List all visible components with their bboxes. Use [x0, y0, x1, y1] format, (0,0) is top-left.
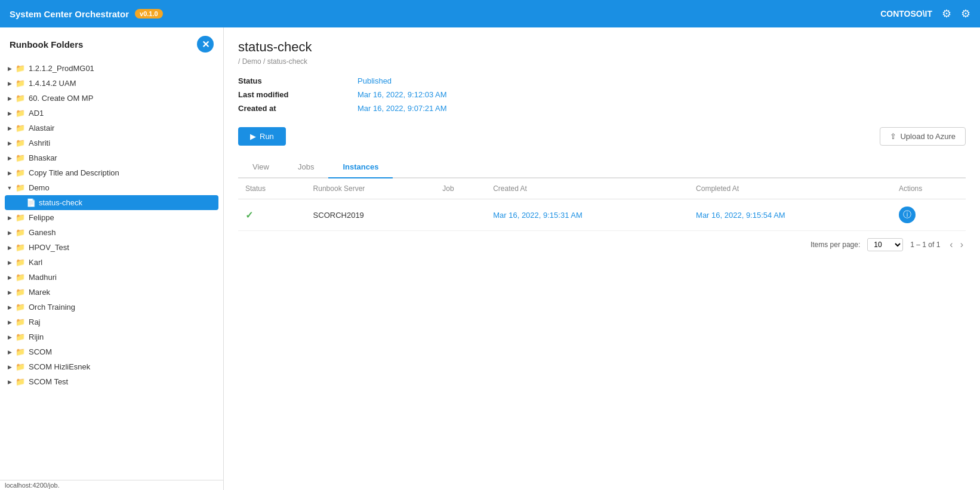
info-grid: Status Published Last modified Mar 16, 2…	[238, 76, 966, 113]
tab-instances[interactable]: Instances	[328, 156, 393, 178]
chevron-icon: ▶	[5, 95, 14, 101]
sidebar-item-hpov[interactable]: ▶📁HPOV_Test	[0, 240, 223, 255]
col-status: Status	[238, 178, 306, 199]
sidebar-item-60[interactable]: ▶📁60. Create OM MP	[0, 91, 223, 106]
sidebar-close-button[interactable]: ✕	[197, 36, 214, 53]
items-per-page-label: Items per page:	[810, 241, 860, 249]
chevron-icon: ▶	[5, 304, 14, 310]
chevron-icon: ▶	[5, 110, 14, 116]
settings-icon[interactable]: ⚙	[942, 7, 951, 20]
page-title: status-check	[238, 39, 966, 55]
tab-view[interactable]: View	[238, 156, 283, 178]
col-job: Job	[435, 178, 486, 199]
breadcrumb-separator: /	[238, 57, 242, 66]
chevron-icon: ▶	[5, 260, 14, 266]
item-label: Felippe	[29, 213, 54, 222]
sidebar-item-status-check[interactable]: 📄status-check	[5, 195, 218, 210]
sidebar-item-felippe[interactable]: ▶📁Felippe	[0, 210, 223, 225]
breadcrumb-current: status-check	[267, 57, 307, 66]
folder-icon: 📁	[16, 153, 25, 162]
row-runbook-server: SCORCH2019	[306, 199, 436, 231]
folder-icon: 📁	[16, 109, 25, 118]
row-completed-at: Mar 16, 2022, 9:15:54 AM	[689, 199, 892, 231]
sidebar-item-1212[interactable]: ▶📁1.2.1.2_ProdMG01	[0, 61, 223, 76]
sidebar-item-madhuri[interactable]: ▶📁Madhuri	[0, 270, 223, 285]
sidebar-header: Runbook Folders ✕	[0, 27, 223, 58]
chevron-icon: ▼	[5, 185, 14, 191]
folder-icon: 📁	[16, 64, 25, 73]
sidebar-item-ganesh[interactable]: ▶📁Ganesh	[0, 225, 223, 240]
play-icon: ▶	[250, 132, 256, 141]
chevron-icon: ▶	[5, 230, 14, 236]
table-row: ✓ SCORCH2019 Mar 16, 2022, 9:15:31 AM Ma…	[238, 199, 966, 231]
info-button[interactable]: ⓘ	[899, 207, 916, 223]
folder-icon: 📁	[16, 213, 25, 222]
sidebar-item-bhaskar[interactable]: ▶📁Bhaskar	[0, 150, 223, 165]
item-label: Bhaskar	[29, 153, 57, 162]
folder-icon: 📄	[26, 198, 36, 207]
chevron-icon: ▶	[5, 66, 14, 72]
sidebar-title: Runbook Folders	[10, 39, 83, 50]
items-per-page-select[interactable]: 10 25 50	[867, 238, 903, 251]
check-icon: ✓	[245, 210, 253, 220]
sidebar-item-demo[interactable]: ▼📁Demo	[0, 180, 223, 195]
run-button[interactable]: ▶ Run	[238, 127, 286, 146]
item-label: 1.4.14.2 UAM	[29, 79, 76, 88]
sidebar-item-scomhizli[interactable]: ▶📁SCOM HizliEsnek	[0, 359, 223, 374]
item-label: Demo	[29, 183, 50, 192]
status-url: localhost:4200/job.	[5, 482, 60, 489]
sidebar-item-scom[interactable]: ▶📁SCOM	[0, 344, 223, 359]
folder-icon: 📁	[16, 168, 25, 177]
tab-jobs[interactable]: Jobs	[283, 156, 328, 178]
item-label: Orch Training	[29, 303, 75, 312]
header: System Center Orchestrator v0.1.0 CONTOS…	[0, 0, 980, 27]
sidebar-item-scomtest[interactable]: ▶📁SCOM Test	[0, 374, 223, 389]
upload-to-azure-button[interactable]: ⇧ Upload to Azure	[880, 127, 966, 146]
sidebar-item-raj[interactable]: ▶📁Raj	[0, 315, 223, 329]
item-label: HPOV_Test	[29, 243, 69, 252]
item-label: status-check	[39, 198, 82, 207]
sidebar-item-1414[interactable]: ▶📁1.4.14.2 UAM	[0, 76, 223, 91]
folder-icon: 📁	[16, 288, 25, 297]
item-label: Rijin	[29, 332, 44, 341]
table-body: ✓ SCORCH2019 Mar 16, 2022, 9:15:31 AM Ma…	[238, 199, 966, 231]
last-modified-value: Mar 16, 2022, 9:12:03 AM	[358, 90, 966, 99]
sidebar-item-copytitle[interactable]: ▶📁Copy Title and Description	[0, 165, 223, 180]
pagination-nav: ‹ ›	[947, 239, 966, 250]
col-actions: Actions	[892, 178, 966, 199]
sidebar-item-karl[interactable]: ▶📁Karl	[0, 255, 223, 270]
item-label: Marek	[29, 288, 50, 297]
sidebar-item-rijin[interactable]: ▶📁Rijin	[0, 329, 223, 344]
item-label: SCOM HizliEsnek	[29, 362, 90, 371]
status-bar: localhost:4200/job.	[0, 480, 223, 490]
folder-icon: 📁	[16, 303, 25, 312]
sidebar-item-alastair[interactable]: ▶📁Alastair	[0, 121, 223, 135]
breadcrumb-demo[interactable]: Demo	[242, 57, 261, 66]
chevron-icon: ▶	[5, 379, 14, 385]
row-job	[435, 199, 486, 231]
chevron-icon: ▶	[5, 364, 14, 370]
folder-icon: 📁	[16, 362, 25, 371]
chevron-icon: ▶	[5, 140, 14, 146]
sidebar: Runbook Folders ✕ ▶📁1.2.1.2_ProdMG01▶📁1.…	[0, 27, 224, 490]
folder-icon: 📁	[16, 377, 25, 386]
sidebar-item-ad1[interactable]: ▶📁AD1	[0, 106, 223, 121]
run-label: Run	[260, 132, 274, 141]
prev-page-button[interactable]: ‹	[947, 239, 955, 250]
instances-table: Status Runbook Server Job Created At Com…	[238, 178, 966, 231]
table-header: Status Runbook Server Job Created At Com…	[238, 178, 966, 199]
sidebar-item-ashriti[interactable]: ▶📁Ashriti	[0, 135, 223, 150]
chevron-icon: ▶	[5, 170, 14, 176]
item-label: Madhuri	[29, 273, 57, 282]
folder-icon: 📁	[16, 347, 25, 356]
sidebar-item-orchtraining[interactable]: ▶📁Orch Training	[0, 300, 223, 315]
item-label: Copy Title and Description	[29, 168, 119, 177]
col-completed-at: Completed At	[689, 178, 892, 199]
item-label: Ashriti	[29, 138, 50, 147]
sidebar-item-marek[interactable]: ▶📁Marek	[0, 285, 223, 300]
table-container: Status Runbook Server Job Created At Com…	[238, 178, 966, 251]
chevron-icon: ▶	[5, 81, 14, 87]
next-page-button[interactable]: ›	[958, 239, 966, 250]
gear-icon[interactable]: ⚙	[961, 7, 970, 20]
item-label: SCOM	[29, 347, 52, 356]
